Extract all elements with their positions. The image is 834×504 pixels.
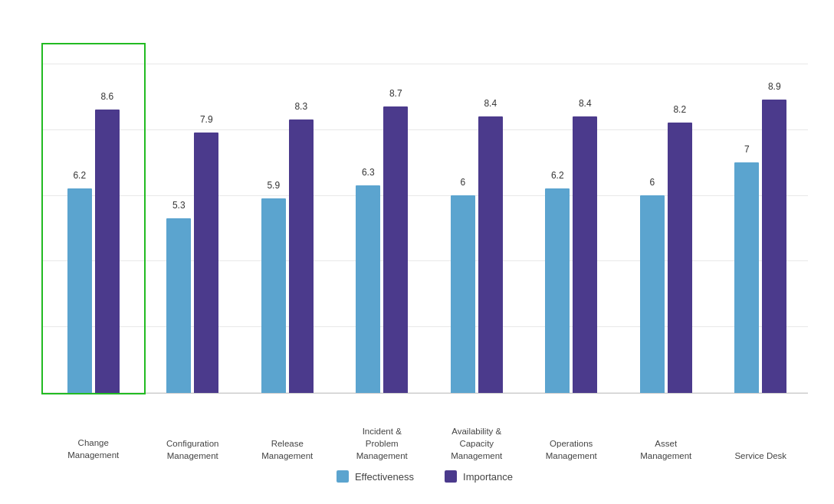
bar-importance-release-management: 8.3 [289,119,314,393]
legend-importance: Importance [445,470,513,483]
bars-area: 6.28.6ChangeManagement5.37.9Configuratio… [41,41,808,394]
bar-effectiveness-configuration-management: 5.3 [166,218,191,393]
legend-effectiveness-label: Effectiveness [355,471,414,483]
bars-pair-operations-management: 6.28.4 [545,41,597,393]
bar-importance-incident-problem-management: 8.7 [383,106,408,393]
bar-label-importance-change-management: 8.6 [100,91,113,102]
bar-effectiveness-change-management: 6.2 [67,188,92,393]
bar-label-effectiveness-change-management: 6.2 [73,170,86,181]
group-label-operations-management: OperationsManagement [525,437,617,462]
group-label-asset-management: AssetManagement [620,437,712,462]
bar-group-incident-problem-management: 6.38.7Incident &ProblemManagement [335,41,430,393]
bar-group-operations-management: 6.28.4OperationsManagement [524,41,619,393]
bars-pair-change-management: 6.28.6 [67,44,120,393]
legend-importance-label: Importance [463,471,513,483]
group-label-availability-capacity-management: Availability &CapacityManagement [431,425,523,462]
bar-group-change-management: 6.28.6ChangeManagement [41,43,146,394]
bar-effectiveness-service-desk: 7 [734,162,759,393]
bar-effectiveness-release-management: 5.9 [261,198,286,393]
bar-effectiveness-availability-capacity-management: 6 [451,195,475,393]
bar-effectiveness-asset-management: 6 [640,195,665,393]
bar-label-effectiveness-service-desk: 7 [744,144,750,155]
bar-label-importance-availability-capacity-management: 8.4 [484,98,497,109]
bar-group-service-desk: 78.9Service Desk [714,41,809,393]
group-label-incident-problem-management: Incident &ProblemManagement [336,425,428,462]
legend-effectiveness: Effectiveness [337,470,414,483]
bar-effectiveness-operations-management: 6.2 [545,188,570,393]
bar-label-importance-service-desk: 8.9 [768,81,781,92]
bar-group-availability-capacity-management: 68.4Availability &CapacityManagement [429,41,524,393]
bars-pair-availability-capacity-management: 68.4 [451,41,503,393]
bar-label-effectiveness-asset-management: 6 [649,177,655,188]
bars-pair-incident-problem-management: 6.38.7 [356,41,408,393]
group-label-change-management: ChangeManagement [48,437,140,461]
bar-label-effectiveness-configuration-management: 5.3 [172,200,186,211]
bar-importance-change-management: 8.6 [95,110,120,393]
bar-label-importance-incident-problem-management: 8.7 [389,88,402,99]
bar-label-effectiveness-incident-problem-management: 6.3 [362,167,375,178]
group-label-release-management: ReleaseManagement [241,437,333,462]
bar-importance-configuration-management: 7.9 [194,133,218,393]
bar-label-importance-release-management: 8.3 [294,101,307,112]
bar-group-asset-management: 68.2AssetManagement [619,41,714,393]
bar-importance-service-desk: 8.9 [762,100,786,393]
bar-label-effectiveness-operations-management: 6.2 [551,170,564,181]
chart-container: 6.28.6ChangeManagement5.37.9Configuratio… [11,11,823,493]
bar-label-effectiveness-release-management: 5.9 [267,180,280,191]
bar-importance-asset-management: 8.2 [668,123,692,393]
bar-effectiveness-incident-problem-management: 6.3 [356,185,380,393]
bar-importance-operations-management: 8.4 [573,116,597,393]
chart-legend: Effectiveness Importance [41,470,808,483]
bar-importance-availability-capacity-management: 8.4 [478,116,503,393]
bars-pair-asset-management: 68.2 [640,41,692,393]
group-label-configuration-management: ConfigurationManagement [146,437,238,462]
bar-group-configuration-management: 5.37.9ConfigurationManagement [146,41,241,393]
legend-importance-box [445,470,457,483]
bars-pair-service-desk: 78.9 [734,41,786,393]
legend-effectiveness-box [337,470,349,483]
bars-pair-release-management: 5.98.3 [261,41,314,393]
bar-label-importance-asset-management: 8.2 [673,104,686,115]
bar-label-importance-configuration-management: 7.9 [200,114,213,125]
group-label-service-desk: Service Desk [714,450,806,462]
bar-label-effectiveness-availability-capacity-management: 6 [460,177,465,188]
bar-label-importance-operations-management: 8.4 [579,98,592,109]
bars-pair-configuration-management: 5.37.9 [166,41,218,393]
bar-group-release-management: 5.98.3ReleaseManagement [240,41,335,393]
